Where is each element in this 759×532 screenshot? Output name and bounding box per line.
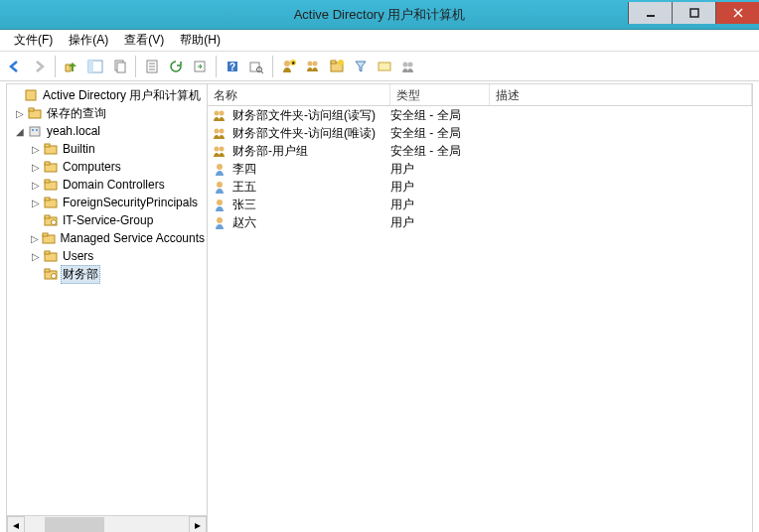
list-row[interactable]: 王五用户 [208, 178, 752, 196]
cut-icon[interactable] [108, 56, 130, 77]
list-pane: 名称 类型 描述 财务部文件夹-访问组(读写)安全组 - 全局财务部文件夹-访问… [208, 84, 752, 532]
new-user-icon[interactable]: ★ [278, 56, 300, 77]
menu-view[interactable]: 查看(V) [116, 30, 172, 51]
tree-item-label: ForeignSecurityPrincipals [61, 196, 200, 209]
svg-line-17 [261, 71, 263, 73]
svg-point-61 [217, 200, 223, 205]
tree-item-label: Computers [61, 160, 123, 174]
filter-icon[interactable] [350, 56, 372, 77]
svg-point-60 [217, 182, 223, 188]
list-row[interactable]: 财务部文件夹-访问组(唯读)安全组 - 全局 [208, 124, 752, 142]
row-name: 财务部文件夹-访问组(读写) [232, 107, 376, 124]
mmc-icon [23, 87, 39, 103]
minimize-button[interactable] [628, 2, 672, 24]
show-hide-tree-button[interactable] [84, 56, 106, 77]
svg-point-57 [215, 147, 220, 152]
properties-icon[interactable] [141, 56, 163, 77]
list-row[interactable]: 张三用户 [208, 196, 752, 213]
user-icon [212, 161, 228, 177]
user-icon [212, 179, 228, 195]
refresh-icon[interactable] [165, 56, 187, 77]
svg-point-53 [215, 111, 220, 116]
scroll-thumb[interactable] [45, 517, 104, 532]
tree-item-label: 财务部 [61, 265, 100, 284]
menu-action[interactable]: 操作(A) [61, 30, 116, 51]
tree-hscrollbar[interactable]: ◂ ▸ [7, 515, 207, 532]
list-body[interactable]: 财务部文件夹-访问组(读写)安全组 - 全局财务部文件夹-访问组(唯读)安全组 … [208, 106, 752, 532]
expand-icon[interactable]: ▷ [29, 180, 43, 191]
search-box-icon[interactable] [374, 56, 395, 77]
svg-rect-7 [117, 63, 125, 72]
new-ou-icon[interactable] [326, 56, 348, 77]
svg-rect-38 [45, 162, 50, 165]
tree-root[interactable]: Active Directory 用户和计算机 [7, 86, 207, 104]
new-group-icon[interactable] [302, 56, 324, 77]
menu-bar: 文件(F) 操作(A) 查看(V) 帮助(H) [0, 30, 759, 52]
tree-item-label: Managed Service Accounts [59, 231, 207, 245]
user-icon [212, 214, 228, 230]
tree-saved-queries[interactable]: ▷ 保存的查询 [7, 104, 207, 122]
up-button[interactable] [61, 56, 82, 77]
list-row[interactable]: 李四用户 [208, 160, 752, 178]
group-icon [212, 107, 228, 123]
window-title: Active Directory 用户和计算机 [294, 6, 466, 24]
row-type: 用户 [390, 214, 490, 231]
forward-button[interactable] [28, 56, 50, 77]
svg-rect-47 [43, 233, 48, 236]
scroll-track[interactable] [25, 516, 189, 532]
client-area: Active Directory 用户和计算机 ▷ 保存的查询 ◢ yeah.l… [6, 83, 753, 532]
tree-item[interactable]: IT-Service-Group [7, 211, 207, 229]
list-row[interactable]: 财务部文件夹-访问组(读写)安全组 - 全局 [208, 106, 752, 124]
col-name[interactable]: 名称 [208, 84, 390, 105]
svg-rect-34 [36, 129, 38, 131]
svg-rect-33 [32, 129, 34, 131]
find-icon[interactable] [245, 56, 267, 77]
scroll-right-button[interactable]: ▸ [189, 516, 207, 532]
menu-help[interactable]: 帮助(H) [172, 30, 228, 51]
row-name: 财务部文件夹-访问组(唯读) [232, 125, 376, 142]
col-type[interactable]: 类型 [390, 84, 490, 105]
svg-point-52 [52, 274, 57, 279]
tree-item[interactable]: 财务部 [7, 265, 207, 283]
row-type: 用户 [390, 179, 490, 196]
svg-rect-40 [45, 180, 50, 183]
svg-rect-1 [690, 9, 698, 17]
close-button[interactable] [715, 2, 759, 24]
expand-icon[interactable]: ▷ [29, 233, 42, 244]
expand-icon[interactable]: ▷ [13, 108, 27, 119]
expand-icon[interactable]: ▷ [29, 162, 43, 173]
maximize-button[interactable] [672, 2, 715, 24]
col-desc[interactable]: 描述 [490, 84, 752, 105]
scroll-left-button[interactable]: ◂ [7, 516, 25, 532]
list-row[interactable]: 财务部-用户组安全组 - 全局 [208, 142, 752, 160]
tree-item[interactable]: ▷Computers [7, 158, 207, 176]
svg-rect-42 [45, 198, 50, 200]
folder-icon [43, 195, 59, 210]
tree-item[interactable]: ▷Users [7, 247, 207, 265]
tree-domain[interactable]: ◢ yeah.local [7, 122, 207, 140]
list-header: 名称 类型 描述 [208, 84, 752, 106]
svg-text:?: ? [229, 62, 235, 72]
export-icon[interactable] [189, 56, 211, 77]
tree-item[interactable]: ▷Managed Service Accounts [7, 229, 207, 247]
svg-point-22 [313, 61, 318, 66]
help-icon[interactable]: ? [222, 56, 243, 77]
expand-icon[interactable]: ▷ [29, 198, 43, 208]
tree[interactable]: Active Directory 用户和计算机 ▷ 保存的查询 ◢ yeah.l… [7, 84, 207, 515]
collapse-icon[interactable]: ◢ [13, 126, 27, 137]
list-row[interactable]: 赵六用户 [208, 213, 752, 231]
expand-icon[interactable]: ▷ [29, 144, 43, 155]
expand-icon[interactable]: ▷ [29, 251, 43, 262]
row-type: 用户 [390, 197, 490, 213]
back-button[interactable] [4, 56, 26, 77]
tree-item[interactable]: ▷Domain Controllers [7, 176, 207, 194]
tree-pane: Active Directory 用户和计算机 ▷ 保存的查询 ◢ yeah.l… [7, 84, 208, 532]
menu-file[interactable]: 文件(F) [6, 30, 61, 51]
svg-rect-24 [331, 61, 336, 64]
add-to-group-icon[interactable] [397, 56, 419, 77]
toolbar: ? ★ [0, 52, 759, 81]
folder-icon [43, 248, 59, 264]
row-name: 财务部-用户组 [232, 143, 308, 160]
tree-item[interactable]: ▷ForeignSecurityPrincipals [7, 194, 207, 211]
tree-item[interactable]: ▷Builtin [7, 140, 207, 158]
